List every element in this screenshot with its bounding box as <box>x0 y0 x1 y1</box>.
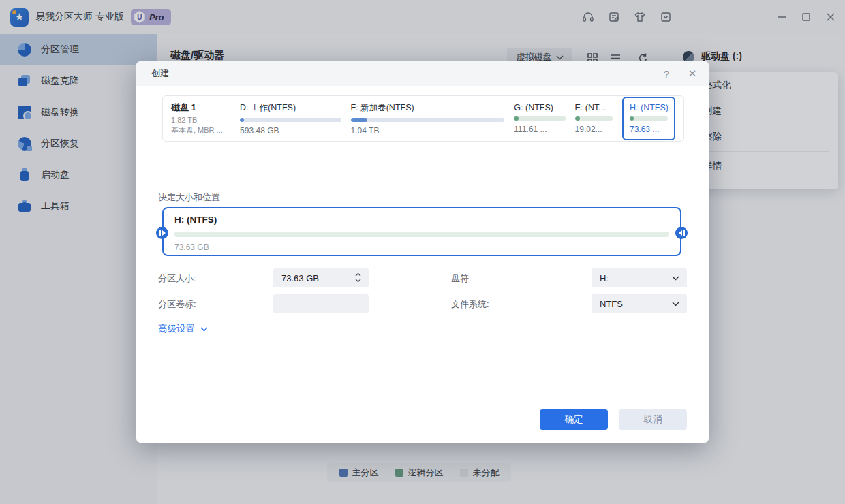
partition-g[interactable]: G: (NTFS) 111.61 ... <box>514 103 565 134</box>
partition-h-selected[interactable]: H: (NTFS) 73.63 ... <box>622 97 675 140</box>
dialog-title: 创建 <box>151 67 169 80</box>
file-system-chevron-icon <box>672 302 679 306</box>
create-dialog: 创建 ? ✕ 磁盘 1 1.82 TB 基本盘, MBR ... D: 工作(N… <box>136 61 709 443</box>
disk-overview-strip: 磁盘 1 1.82 TB 基本盘, MBR ... D: 工作(NTFS) 59… <box>162 95 684 142</box>
file-system-label: 文件系统: <box>451 298 489 311</box>
slider-size-text: 73.63 GB <box>174 242 209 252</box>
partition-g-usage-bar <box>514 116 565 121</box>
cancel-button[interactable]: 取消 <box>619 409 687 430</box>
partition-h-usage-bar <box>630 116 668 121</box>
size-spinner[interactable] <box>355 272 361 283</box>
slider-left-handle[interactable] <box>156 227 168 239</box>
partition-size-slider[interactable]: H: (NTFS) 73.63 GB <box>162 207 681 256</box>
partition-size-label: 分区大小: <box>158 272 196 285</box>
dialog-close-icon[interactable]: ✕ <box>686 67 699 80</box>
advanced-settings-link[interactable]: 高级设置 <box>158 323 208 335</box>
slider-partition-label: H: (NTFS) <box>174 215 217 225</box>
size-position-section-label: 决定大小和位置 <box>158 191 220 204</box>
drive-letter-label: 盘符: <box>451 272 472 285</box>
partition-size-input[interactable]: 73.63 GB <box>273 268 369 287</box>
partition-e-usage-bar <box>575 116 613 121</box>
volume-label-input[interactable] <box>273 294 369 313</box>
advanced-chevron-down-icon <box>200 327 208 332</box>
spinner-down-icon[interactable] <box>355 279 361 283</box>
volume-label-label: 分区卷标: <box>158 298 196 311</box>
partition-e[interactable]: E: (NT... 19.02... <box>575 103 613 134</box>
drive-letter-chevron-icon <box>672 276 679 281</box>
ok-button[interactable]: 确定 <box>540 409 608 430</box>
partition-f-usage-bar <box>351 118 505 122</box>
partition-d-usage-bar <box>240 118 341 122</box>
partition-d[interactable]: D: 工作(NTFS) 593.48 GB <box>240 102 341 136</box>
dialog-titlebar: 创建 ? ✕ <box>136 61 709 86</box>
slider-track <box>174 232 669 237</box>
partition-f[interactable]: F: 新加卷(NTFS) 1.04 TB <box>351 102 505 136</box>
slider-right-handle[interactable] <box>675 227 688 239</box>
dialog-help-icon[interactable]: ? <box>660 67 673 80</box>
disk-info: 磁盘 1 1.82 TB 基本盘, MBR ... <box>171 101 230 136</box>
spinner-up-icon[interactable] <box>355 272 361 277</box>
